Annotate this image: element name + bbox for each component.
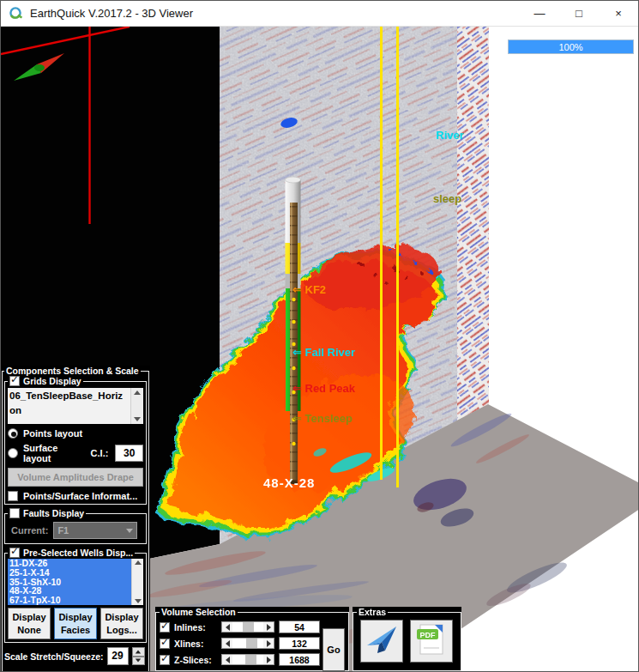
list-item[interactable]: 67-1-TpX-10 <box>8 596 131 605</box>
scroll-right-icon[interactable] <box>263 655 274 664</box>
scroll-thumb[interactable] <box>243 622 254 632</box>
chevron-down-icon <box>126 529 133 533</box>
app-window: EarthQuick V.2017.2 - 3D Viewer — □ × <box>0 0 639 672</box>
display-logs-button[interactable]: Display Logs... <box>100 608 143 639</box>
send-report-button[interactable] <box>360 620 403 663</box>
surface-layout-label: Surface layout <box>23 443 86 463</box>
zslices-scrollbar[interactable] <box>221 654 274 665</box>
xlines-scrollbar[interactable] <box>221 638 274 649</box>
pdf-icon: PDF <box>414 622 449 660</box>
scroll-right-icon[interactable] <box>263 622 274 632</box>
zslices-value[interactable]: 1688 <box>279 653 320 666</box>
inlines-checkbox[interactable]: ✓ <box>160 622 170 633</box>
well-top-label: ⇐ Red Peak <box>292 382 355 395</box>
current-fault-label: Current: <box>11 525 48 536</box>
preselected-wells-group: ✓ Pre-Selected Wells Disp... 11-DX-26 25… <box>4 548 147 643</box>
xlines-checkbox[interactable]: ✓ <box>160 639 170 649</box>
points-layout-radio[interactable] <box>8 428 18 439</box>
zslices-row: ✓ Z-Slices: 1688 <box>160 652 345 667</box>
grids-display-checkbox[interactable]: ✓ <box>9 376 20 386</box>
current-fault-dropdown[interactable]: F1 <box>53 522 137 539</box>
xlines-row: ✓ Xlines: 132 <box>160 636 345 651</box>
well-top-label: ⇐ KF2 <box>292 283 326 296</box>
app-logo-icon <box>9 6 23 21</box>
progress-bar: 100% <box>508 39 634 54</box>
ci-label: C.I.: <box>91 448 109 458</box>
scroll-thumb[interactable] <box>246 639 257 648</box>
extras-title: Extras <box>357 607 388 617</box>
extras-panel: Extras <box>353 607 461 671</box>
scroll-left-icon[interactable] <box>222 622 232 632</box>
horizon-item[interactable]: 06_TenSleepBase_Horizon <box>8 388 130 418</box>
titlebar: EarthQuick V.2017.2 - 3D Viewer — □ × <box>1 1 638 27</box>
faults-display-group: Faults Display Current: F1 <box>4 508 147 544</box>
points-surface-info-label: Points/Surface Informat... <box>23 491 137 501</box>
faults-display-checkbox[interactable] <box>9 508 20 518</box>
well-name-label: 48-X-28 <box>263 475 315 490</box>
zslices-checkbox[interactable]: ✓ <box>160 655 170 665</box>
scroll-thumb[interactable] <box>245 655 256 664</box>
scale-stretch-spinner[interactable] <box>132 647 145 665</box>
scroll-up-icon[interactable] <box>134 390 141 395</box>
well-top-label: ⇐ Tensleep <box>292 412 353 425</box>
display-facies-button[interactable]: Display Facies <box>54 608 97 639</box>
well-top-label: ⇐ Fall River <box>292 346 355 359</box>
horizon-listbox[interactable]: 06_TenSleepBase_Horizon <box>8 388 143 424</box>
well-label: River <box>436 129 464 142</box>
ci-input[interactable]: 30 <box>115 445 143 462</box>
volume-selection-panel: Volume Selection ✓ Inlines: 54 ✓ Xlines: <box>155 607 349 671</box>
export-pdf-button[interactable]: PDF <box>410 620 453 663</box>
components-group-title: Components Selection & Scale <box>4 366 141 376</box>
xlines-label: Xlines: <box>174 639 217 649</box>
well-label: sleep <box>433 192 461 205</box>
preselected-wells-checkbox[interactable]: ✓ <box>9 548 20 558</box>
scroll-down-icon[interactable] <box>134 417 141 421</box>
xlines-value[interactable]: 132 <box>279 637 320 650</box>
inlines-row: ✓ Inlines: 54 <box>160 620 345 634</box>
paper-plane-icon <box>365 622 399 660</box>
preselected-wells-label: Pre-Selected Wells Disp... <box>23 548 133 558</box>
zslices-label: Z-Slices: <box>174 655 217 665</box>
points-surface-info-option[interactable]: Points/Surface Informat... <box>8 491 143 501</box>
inlines-label: Inlines: <box>174 622 217 633</box>
surface-layout-radio[interactable] <box>8 448 18 458</box>
list-item[interactable]: 25-1-X-14 <box>8 568 131 578</box>
pdf-icon-label: PDF <box>420 631 437 639</box>
scroll-down-icon[interactable] <box>135 599 142 603</box>
scale-stretch-label: Scale Stretch/Squeeze: <box>4 651 104 662</box>
scale-stretch-row: Scale Stretch/Squeeze: 29 <box>4 647 147 665</box>
scroll-right-icon[interactable] <box>263 639 274 648</box>
progress-value: 100% <box>509 40 633 53</box>
inlines-scrollbar[interactable] <box>221 621 274 633</box>
display-none-button[interactable]: Display None <box>8 608 51 639</box>
current-fault-value: F1 <box>57 525 69 536</box>
points-surface-info-checkbox[interactable] <box>8 491 18 501</box>
horizon-list-scrollbar[interactable] <box>130 388 143 424</box>
surface-layout-option[interactable]: Surface layout C.I.: 30 <box>8 443 143 463</box>
components-panel: Components Selection & Scale ✓ Grids Dis… <box>1 366 150 672</box>
wells-listbox[interactable]: 11-DX-26 25-1-X-14 35-1-ShX-10 48-X-28 6… <box>8 559 143 605</box>
points-layout-option[interactable]: Points layout <box>8 428 143 439</box>
volume-selection-title: Volume Selection <box>160 607 238 617</box>
go-button[interactable]: Go <box>323 628 345 671</box>
spin-up-button[interactable] <box>132 647 145 657</box>
window-title: EarthQuick V.2017.2 - 3D Viewer <box>30 7 193 20</box>
grids-display-label: Grids Display <box>23 376 81 386</box>
scroll-up-icon[interactable] <box>135 560 142 565</box>
volume-amplitudes-drape-button[interactable]: Volume Amplitudes Drape <box>8 468 143 487</box>
scale-stretch-input[interactable]: 29 <box>107 647 129 665</box>
viewport-3d[interactable]: River sleep ⇐ KF2 ⇐ Fall River ⇐ Red Pea… <box>1 27 639 672</box>
inlines-value[interactable]: 54 <box>279 621 320 633</box>
scroll-left-icon[interactable] <box>222 639 232 648</box>
minimize-button[interactable]: — <box>520 1 559 26</box>
scroll-left-icon[interactable] <box>222 655 232 664</box>
close-button[interactable]: × <box>599 1 638 26</box>
faults-display-label: Faults Display <box>23 508 84 518</box>
maximize-button[interactable]: □ <box>559 1 599 26</box>
points-layout-label: Points layout <box>23 428 82 439</box>
spin-down-button[interactable] <box>132 657 145 666</box>
components-group: Components Selection & Scale ✓ Grids Dis… <box>2 366 149 672</box>
wells-list-scrollbar[interactable] <box>131 559 143 605</box>
grids-display-group: ✓ Grids Display 06_TenSleepBase_Horizon … <box>4 376 147 505</box>
